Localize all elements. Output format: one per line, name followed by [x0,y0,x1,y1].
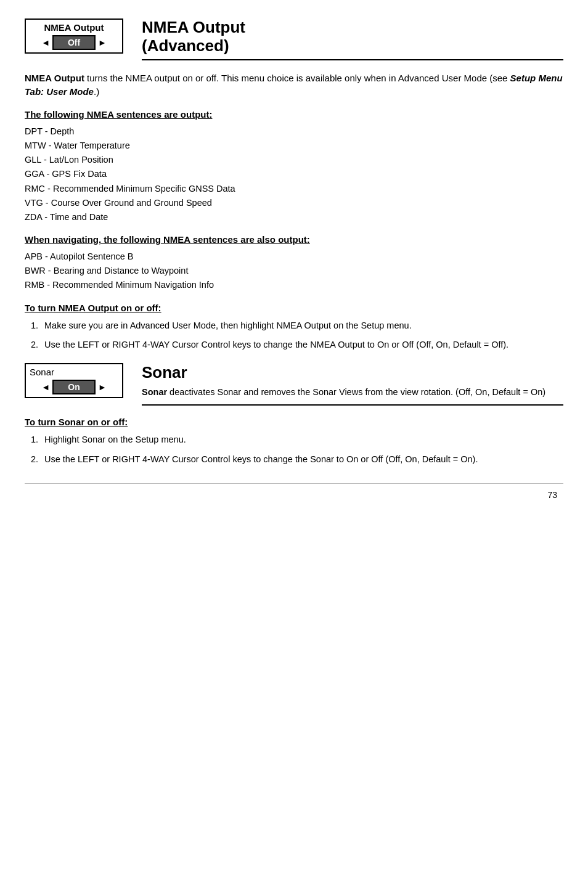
nmea-widget-title: NMEA Output [30,22,118,33]
step-number: 2. [25,338,38,352]
nmea-left-arrow[interactable]: ◄ [41,38,50,47]
sonar-widget: Sonar ◄ On ► [25,363,123,398]
navigating-list: APB - Autopilot Sentence BBWR - Bearing … [25,250,563,293]
step-text: Highlight Sonar on the Setup menu. [44,433,186,447]
sonar-desc-text: deactivates Sonar and removes the Sonar … [167,387,545,397]
list-item: RMB - Recommended Minimum Navigation Inf… [25,278,563,292]
nmea-widget-control: ◄ Off ► [30,35,118,50]
navigating-header: When navigating, the following NMEA sent… [25,234,563,245]
sonar-description: Sonar deactivates Sonar and removes the … [142,386,563,399]
to-turn-nmea-header: To turn NMEA Output on or off: [25,303,563,313]
sonar-section: Sonar ◄ On ► Sonar Sonar deactivates Son… [25,363,563,406]
list-item: 1.Make sure you are in Advanced User Mod… [25,319,563,333]
step-text: Use the LEFT or RIGHT 4-WAY Cursor Contr… [44,453,478,467]
nmea-widget: NMEA Output ◄ Off ► [25,18,123,54]
list-item: GGA - GPS Fix Data [25,167,563,181]
sonar-widget-title: Sonar [30,367,118,377]
list-item: DPT - Depth [25,125,563,139]
list-item: BWR - Bearing and Distance to Waypoint [25,264,563,278]
following-header: The following NMEA sentences are output: [25,109,563,120]
list-item: VTG - Course Over Ground and Ground Spee… [25,196,563,210]
nmea-page-title-block: NMEA Output (Advanced) [142,18,563,60]
nmea-top-section: NMEA Output ◄ Off ► NMEA Output (Advance… [25,18,563,60]
list-item: 2.Use the LEFT or RIGHT 4-WAY Cursor Con… [25,453,563,467]
nmea-desc-end: .) [94,86,99,97]
following-list: DPT - DepthMTW - Water TemperatureGLL - … [25,125,563,224]
nmea-widget-value: Off [52,35,96,50]
to-turn-sonar-section: To turn Sonar on or off: 1.Highlight Son… [25,417,563,467]
to-turn-nmea-section: To turn NMEA Output on or off: 1.Make su… [25,303,563,353]
nmea-desc-text: turns the NMEA output on or off. This me… [84,73,510,83]
bottom-hr [25,483,563,484]
list-item: ZDA - Time and Date [25,210,563,224]
nmea-bold-start: NMEA Output [25,73,84,83]
sonar-widget-value: On [52,380,96,394]
sonar-steps: 1.Highlight Sonar on the Setup menu.2.Us… [25,433,563,467]
sonar-bold-start: Sonar [142,387,167,397]
list-item: MTW - Water Temperature [25,139,563,153]
sonar-widget-control: ◄ On ► [30,380,118,394]
list-item: RMC - Recommended Minimum Specific GNSS … [25,182,563,196]
page-number: 73 [25,490,563,500]
list-item: APB - Autopilot Sentence B [25,250,563,264]
sonar-title: Sonar [142,363,563,382]
nmea-description: NMEA Output turns the NMEA output on or … [25,71,563,99]
sonar-content-block: Sonar Sonar deactivates Sonar and remove… [142,363,563,406]
step-number: 1. [25,433,38,447]
sonar-left-arrow[interactable]: ◄ [41,382,50,392]
nmea-main-title: NMEA Output (Advanced) [142,18,563,55]
step-number: 1. [25,319,38,333]
list-item: 1.Highlight Sonar on the Setup menu. [25,433,563,447]
sonar-right-arrow[interactable]: ► [98,382,107,392]
list-item: GLL - Lat/Lon Position [25,153,563,167]
to-turn-sonar-header: To turn Sonar on or off: [25,417,563,427]
step-text: Make sure you are in Advanced User Mode,… [44,319,412,333]
step-text: Use the LEFT or RIGHT 4-WAY Cursor Contr… [44,338,508,352]
nmea-right-arrow[interactable]: ► [98,38,107,47]
step-number: 2. [25,453,38,467]
nmea-steps: 1.Make sure you are in Advanced User Mod… [25,319,563,353]
list-item: 2.Use the LEFT or RIGHT 4-WAY Cursor Con… [25,338,563,352]
